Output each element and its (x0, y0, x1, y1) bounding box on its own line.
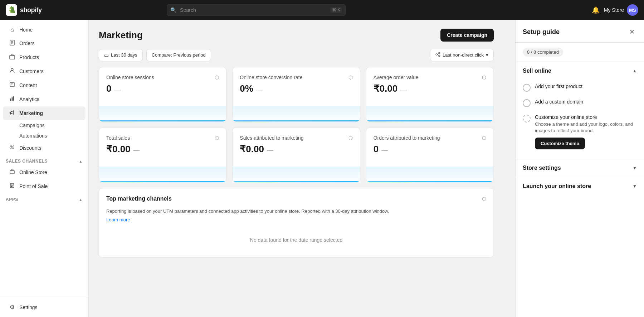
settings-icon: ⚙ (9, 304, 16, 311)
customers-icon (9, 68, 16, 75)
metric-value-conversion: 0% (240, 83, 253, 94)
svg-rect-7 (10, 82, 14, 87)
learn-more-link[interactable]: Learn more (106, 217, 130, 222)
setup-item-label-customize: Customize your online store (535, 114, 637, 120)
compare-filter[interactable]: Compare: Previous period (146, 49, 211, 61)
topbar: shopify 🔍 ⌘ K 🔔 My Store MS (0, 0, 644, 20)
attribution-filter[interactable]: Last non-direct click ▾ (430, 49, 494, 61)
sidebar-item-marketing[interactable]: Marketing (3, 106, 86, 120)
sidebar-item-campaigns[interactable]: Campaigns (16, 120, 88, 130)
metric-label-avg-order: Average order value (374, 75, 419, 80)
svg-point-15 (13, 148, 14, 149)
svg-rect-12 (13, 96, 14, 101)
content-icon (9, 82, 16, 89)
metric-label-sessions: Online store sessions (106, 75, 154, 80)
search-input[interactable] (167, 4, 346, 16)
metric-chart-total-sales (99, 160, 226, 182)
orders-icon (9, 40, 16, 47)
svg-line-16 (10, 145, 14, 149)
sidebar-item-automations[interactable]: Automations (16, 131, 88, 141)
sidebar-item-home[interactable]: ⌂ Home (3, 23, 86, 36)
setup-panel: Setup guide ✕ 0 / 8 completed Sell onlin… (515, 20, 644, 317)
apps-section[interactable]: Apps ▲ (0, 193, 88, 203)
sidebar-item-discounts[interactable]: Discounts (3, 141, 86, 155)
date-range-label: Last 30 days (111, 52, 137, 58)
setup-close-button[interactable]: ✕ (627, 27, 637, 37)
sidebar-item-label-home: Home (19, 27, 33, 33)
sidebar-item-label-customers: Customers (19, 68, 44, 74)
metric-export-icon-conversion[interactable]: ⬡ (348, 75, 353, 80)
metric-export-icon-total-sales[interactable]: ⬡ (215, 135, 219, 141)
date-range-filter[interactable]: ▭ Last 30 days (99, 49, 143, 61)
metric-label-total-sales: Total sales (106, 135, 130, 141)
sidebar: ⌂ Home Orders Products Customers (0, 20, 89, 317)
setup-panel-header: Setup guide ✕ (516, 20, 644, 43)
sidebar-item-orders[interactable]: Orders (3, 37, 86, 50)
store-switcher[interactable]: My Store MS (604, 4, 638, 16)
notification-bell-icon[interactable]: 🔔 (592, 6, 600, 14)
sidebar-item-settings[interactable]: ⚙ Settings (3, 301, 86, 314)
apps-expand-icon: ▲ (79, 198, 83, 202)
metric-card-sessions: Online store sessions ⬡ 0 — (99, 67, 226, 122)
avatar: MS (627, 4, 638, 16)
metric-card-avg-order: Average order value ⬡ ₹0.00 — (366, 67, 494, 122)
svg-point-13 (10, 114, 11, 115)
metric-dash-total-sales: — (133, 147, 140, 154)
sidebar-item-online-store[interactable]: Online Store (3, 165, 86, 179)
store-name: My Store (604, 7, 624, 13)
metric-card-total-sales: Total sales ⬡ ₹0.00 — (99, 128, 226, 182)
setup-progress-badge: 0 / 8 completed (523, 48, 563, 57)
search-icon: 🔍 (170, 7, 176, 13)
logo-text: shopify (20, 6, 42, 14)
channels-export-icon[interactable]: ⬡ (482, 196, 486, 202)
apps-label: Apps (6, 197, 18, 202)
marketing-icon (9, 110, 16, 117)
metric-card-sales-marketing: Sales attributed to marketing ⬡ ₹0.00 — (232, 128, 360, 182)
sell-online-section-header[interactable]: Sell online ▲ (516, 62, 644, 80)
setup-item-circle-product (523, 84, 531, 92)
metric-value-sessions: 0 (106, 83, 111, 94)
metric-export-icon-sales-marketing[interactable]: ⬡ (348, 135, 353, 141)
filters-bar: ▭ Last 30 days Compare: Previous period … (99, 49, 494, 61)
metric-export-icon-sessions[interactable]: ⬡ (215, 75, 219, 80)
launch-store-section[interactable]: Launch your online store ▼ (516, 177, 644, 195)
calendar-icon: ▭ (104, 52, 109, 58)
svg-rect-21 (13, 186, 13, 187)
sidebar-item-label-settings: Settings (19, 304, 38, 310)
metric-chart-avg-order (366, 100, 493, 121)
sidebar-item-products[interactable]: Products (3, 51, 86, 64)
logo[interactable]: shopify (6, 4, 42, 16)
sidebar-item-point-of-sale[interactable]: Point of Sale (3, 179, 86, 193)
attribution-chevron-icon: ▾ (486, 52, 488, 58)
svg-rect-10 (10, 99, 11, 101)
sidebar-item-content[interactable]: Content (3, 78, 86, 92)
launch-store-title: Launch your online store (523, 183, 591, 189)
metric-value-avg-order: ₹0.00 (374, 83, 398, 94)
create-campaign-button[interactable]: Create campaign (440, 29, 494, 42)
setup-item-customize-store: Customize your online store Choose a the… (523, 111, 637, 153)
sidebar-nav: ⌂ Home Orders Products Customers (0, 20, 88, 297)
sales-channels-section[interactable]: Sales channels ▲ (0, 155, 88, 165)
metric-card-conversion: Online store conversion rate ⬡ 0% — (232, 67, 360, 122)
metric-export-icon-orders-marketing[interactable]: ⬡ (482, 135, 486, 141)
store-settings-chevron-icon: ▼ (633, 165, 637, 170)
svg-point-22 (436, 54, 437, 55)
metric-export-icon-avg-order[interactable]: ⬡ (482, 75, 486, 80)
metric-dash-avg-order: — (400, 86, 407, 93)
setup-item-label-product: Add your first product (535, 83, 582, 89)
sidebar-item-customers[interactable]: Customers (3, 64, 86, 78)
setup-item-first-product: Add your first product (523, 80, 637, 95)
setup-item-circle-domain (523, 99, 531, 107)
setup-item-circle-customize (523, 115, 531, 123)
store-settings-section[interactable]: Store settings ▼ (516, 159, 644, 177)
svg-point-6 (11, 68, 13, 71)
sidebar-item-label-online-store: Online Store (19, 169, 47, 175)
customize-theme-button[interactable]: Customize theme (535, 138, 585, 149)
sidebar-item-label-products: Products (19, 54, 39, 60)
svg-rect-5 (10, 56, 15, 59)
content-area: Marketing Create campaign ▭ Last 30 days… (89, 20, 515, 317)
svg-point-14 (11, 146, 12, 147)
search-bar[interactable]: 🔍 ⌘ K (167, 4, 346, 16)
svg-rect-11 (12, 97, 13, 101)
sidebar-item-analytics[interactable]: Analytics (3, 92, 86, 106)
